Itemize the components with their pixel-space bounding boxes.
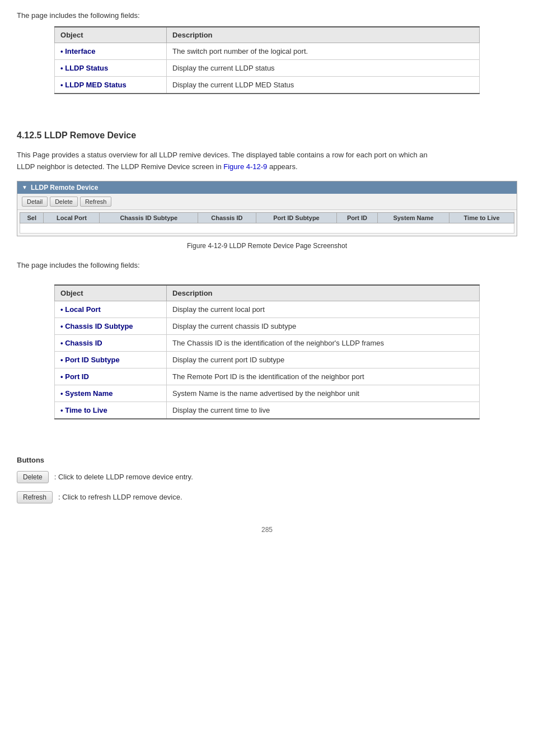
refresh-button-widget[interactable]: Refresh [80,197,112,207]
section-desc-2: LLDP neighbor is detected. The LLDP Remi… [17,162,298,171]
top-info-table: Object Description • InterfaceThe switch… [54,26,480,94]
widget-column-header: Local Port [44,212,100,223]
table-cell-description: The Chassis ID is the identification of … [167,334,480,351]
section-desc: This Page provides a status overview for… [17,150,517,173]
widget-title-bar: ▼ LLDP Remote Device [17,181,517,194]
table-cell-object: • Time to Live [55,402,167,419]
widget-arrow-icon: ▼ [22,184,27,190]
table-cell-description: System Name is the name advertised by th… [167,385,480,402]
bullet-object: • LLDP Status [60,64,108,72]
table-row: • System NameSystem Name is the name adv… [55,385,480,402]
widget-data-table: SelLocal PortChassis ID SubtypeChassis I… [20,212,514,234]
widget-column-header: Sel [20,212,44,223]
bullet-object: • Chassis ID Subtype [60,322,133,330]
table-row: • Chassis ID SubtypeDisplay the current … [55,318,480,334]
table-cell-object: • System Name [55,385,167,402]
table-row: • LLDP MED StatusDisplay the current LLD… [55,77,480,94]
table-row [20,223,514,233]
delete-button-widget[interactable]: Delete [50,197,78,207]
fields-info-table: Object Description • Local PortDisplay t… [54,284,480,419]
delete-button-row: Delete : Click to delete LLDP remove dev… [17,471,517,483]
section-heading: 4.12.5 LLDP Remove Device [17,130,517,143]
table-cell-object: • Port ID Subtype [55,351,167,368]
table-cell-object: • Local Port [55,301,167,318]
table-cell-object: • Interface [55,43,167,60]
widget-buttons-bar: Detail Delete Refresh [17,194,517,210]
table-cell-object: • Chassis ID Subtype [55,318,167,334]
bullet-object: • Interface [60,47,95,55]
table-cell-description: Display the current LLDP status [167,60,480,77]
fields-intro-text: The page includes the following fields: [17,261,517,269]
delete-button-desc: : Click to delete LLDP remove device ent… [54,473,193,481]
buttons-section: Buttons Delete : Click to delete LLDP re… [17,456,517,503]
section-desc-1: This Page provides a status overview for… [17,151,428,159]
figure-caption: Figure 4-12-9 LLDP Remote Device Page Sc… [17,242,517,250]
widget-column-header: Port ID Subtype [256,212,336,223]
table-cell-object: • Port ID [55,368,167,385]
table-cell-description: Display the current time to live [167,402,480,419]
fields-table-col2-header: Description [167,285,480,301]
refresh-button-main[interactable]: Refresh [17,491,53,503]
bullet-object: • Port ID [60,372,89,381]
table-cell-description: Display the current port ID subtype [167,351,480,368]
widget-column-header: Port ID [337,212,378,223]
table-cell-object: • LLDP MED Status [55,77,167,94]
refresh-button-row: Refresh : Click to refresh LLDP remove d… [17,491,517,503]
widget-column-header: Time to Live [449,212,514,223]
table-row: • LLDP StatusDisplay the current LLDP st… [55,60,480,77]
buttons-label: Buttons [17,456,517,464]
bullet-object: • System Name [60,389,113,398]
fields-table-col1-header: Object [55,285,167,301]
table-cell-object: • Chassis ID [55,334,167,351]
bullet-object: • Time to Live [60,406,107,414]
table-row: • Port IDThe Remote Port ID is the ident… [55,368,480,385]
table-cell-description: Display the current local port [167,301,480,318]
widget-column-header: Chassis ID Subtype [100,212,198,223]
top-table-col1-header: Object [55,27,167,43]
table-row: • InterfaceThe switch port number of the… [55,43,480,60]
bullet-object: • Local Port [60,305,101,314]
detail-button[interactable]: Detail [22,197,48,207]
refresh-button-desc: : Click to refresh LLDP remove device. [58,493,182,501]
table-cell-description: The Remote Port ID is the identification… [167,368,480,385]
page-number: 285 [17,526,517,534]
table-row: • Port ID SubtypeDisplay the current por… [55,351,480,368]
widget-column-header: Chassis ID [198,212,256,223]
table-cell-description: Display the current LLDP MED Status [167,77,480,94]
bullet-object: • Port ID Subtype [60,356,120,364]
table-row: • Time to LiveDisplay the current time t… [55,402,480,419]
table-row: • Local PortDisplay the current local po… [55,301,480,318]
lldp-remote-device-widget: ▼ LLDP Remote Device Detail Delete Refre… [17,181,517,236]
intro-text: The page includes the following fields: [17,11,517,20]
top-table-col2-header: Description [167,27,480,43]
table-row: • Chassis IDThe Chassis ID is the identi… [55,334,480,351]
table-cell-description: Display the current chassis ID subtype [167,318,480,334]
widget-column-header: System Name [377,212,449,223]
table-cell-object: • LLDP Status [55,60,167,77]
figure-link[interactable]: Figure 4-12-9 [223,162,267,171]
bullet-object: • LLDP MED Status [60,81,127,89]
table-cell-description: The switch port number of the logical po… [167,43,480,60]
widget-title: LLDP Remote Device [31,184,99,192]
delete-button-main[interactable]: Delete [17,471,49,483]
bullet-object: • Chassis ID [60,339,102,347]
